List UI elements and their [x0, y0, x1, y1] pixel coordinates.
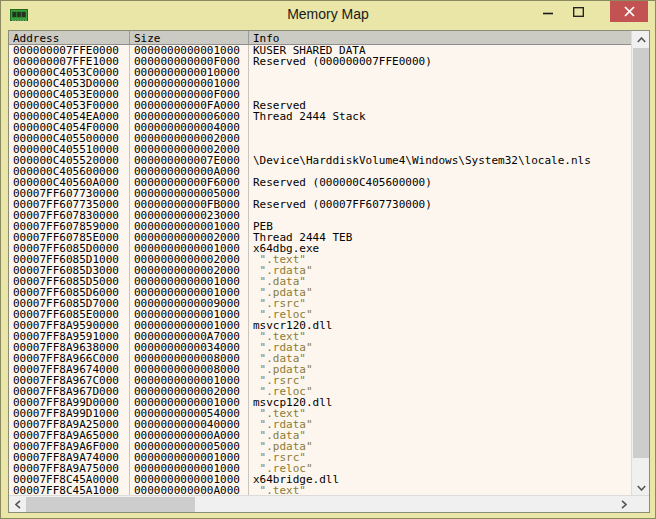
table-row[interactable]: 00007FF6085D50000000000000001000 ".data"	[9, 276, 631, 287]
minimize-button[interactable]	[533, 1, 563, 22]
table-row[interactable]: 00007FF6085D70000000000000009000 ".rsrc"	[9, 298, 631, 309]
cell-info	[249, 89, 631, 100]
cell-address: 000000C40560A000	[9, 177, 130, 188]
table-row[interactable]: 00007FF8A9A6F0000000000000005000 ".pdata…	[9, 441, 631, 452]
table-row[interactable]: 00007FF6085D60000000000000001000 ".pdata…	[9, 287, 631, 298]
chevron-left-icon	[15, 500, 21, 509]
maximize-button[interactable]	[563, 1, 593, 22]
table-row[interactable]: 00007FF8A99D00000000000000001000msvcp120…	[9, 397, 631, 408]
cell-address: 00007FF60785E000	[9, 232, 130, 243]
table-row[interactable]: 00007FF8A9A740000000000000001000 ".rsrc"	[9, 452, 631, 463]
cell-info: ".rsrc"	[249, 375, 631, 386]
cell-info: Thread 2444 TEB	[249, 232, 631, 243]
table-row[interactable]: 00007FF8A99D10000000000000054000 ".text"	[9, 408, 631, 419]
table-row[interactable]: 00007FF6085D10000000000000002000 ".text"	[9, 254, 631, 265]
table-row[interactable]: 000000C4053C00000000000000010000	[9, 67, 631, 78]
cell-info	[249, 166, 631, 177]
cell-size: 0000000000001000	[130, 375, 249, 386]
cell-info: x64bridge.dll	[249, 474, 631, 485]
cell-size: 000000000000A000	[130, 166, 249, 177]
cell-size: 0000000000001000	[130, 276, 249, 287]
cell-size: 0000000000002000	[130, 232, 249, 243]
scroll-down-button[interactable]	[632, 479, 650, 496]
cell-info: msvcr120.dll	[249, 320, 631, 331]
table-row[interactable]: 00007FF60785E0000000000000002000Thread 2…	[9, 232, 631, 243]
table-row[interactable]: 000000C4053D00000000000000001000	[9, 78, 631, 89]
titlebar[interactable]: Memory Map	[1, 1, 655, 30]
table-row[interactable]: 000000C4054EA0000000000000006000Thread 2…	[9, 111, 631, 122]
cell-address: 000000C4053E0000	[9, 89, 130, 100]
cell-size: 0000000000001000	[130, 309, 249, 320]
table-row[interactable]: 00007FF6077300000000000000005000	[9, 188, 631, 199]
horizontal-scroll-thumb[interactable]	[26, 497, 195, 512]
table-row[interactable]: 00007FF8A96380000000000000034000 ".rdata…	[9, 342, 631, 353]
cell-size: 00000000000FA000	[130, 100, 249, 111]
table-row[interactable]: 000000C405600000000000000000A000	[9, 166, 631, 177]
column-header-info[interactable]: Info	[249, 31, 631, 44]
cell-info: ".rdata"	[249, 419, 631, 430]
cell-info: ".reloc"	[249, 386, 631, 397]
scroll-left-button[interactable]	[9, 496, 26, 513]
table-row[interactable]: 00007FF8A9A750000000000000001000 ".reloc…	[9, 463, 631, 474]
table-row[interactable]: 00007FF8A9A65000000000000000A000 ".data"	[9, 430, 631, 441]
table-row[interactable]: 00007FF8A96740000000000000008000 ".pdata…	[9, 364, 631, 375]
cell-address: 00007FF8A967C000	[9, 375, 130, 386]
cell-size: 0000000000023000	[130, 210, 249, 221]
scroll-up-button[interactable]	[632, 31, 650, 48]
cell-size: 0000000000001000	[130, 45, 249, 56]
cell-info: ".data"	[249, 430, 631, 441]
cell-size: 0000000000008000	[130, 364, 249, 375]
cell-info: ".rdata"	[249, 265, 631, 276]
cell-info	[249, 210, 631, 221]
cell-size: 0000000000009000	[130, 298, 249, 309]
table-row[interactable]: 00007FF8A966C0000000000000008000 ".data"	[9, 353, 631, 364]
cell-info: KUSER_SHARED_DATA	[249, 45, 631, 56]
table-row[interactable]: 00007FF6085D30000000000000002000 ".rdata…	[9, 265, 631, 276]
table-row[interactable]: 000000C4053F000000000000000FA000Reserved	[9, 100, 631, 111]
close-button[interactable]	[610, 1, 648, 22]
table-row[interactable]: 00007FF6078590000000000000001000PEB	[9, 221, 631, 232]
table-row[interactable]: 00007FF8A95900000000000000001000msvcr120…	[9, 320, 631, 331]
horizontal-scrollbar[interactable]	[9, 495, 650, 512]
table-row[interactable]: 000000C4055000000000000000002000	[9, 133, 631, 144]
table-row[interactable]: 00007FF6085D00000000000000001000x64dbg.e…	[9, 243, 631, 254]
scroll-right-button[interactable]	[615, 496, 632, 513]
table-row[interactable]: 000000007FFE1000000000000000F000Reserved…	[9, 56, 631, 67]
cell-info: Reserved (00007FF607730000)	[249, 199, 631, 210]
memory-map-table: Address Size Info 000000007FFE0000000000…	[8, 30, 650, 513]
cell-address: 00007FF8A9590000	[9, 320, 130, 331]
table-row[interactable]: 00007FF8A959100000000000000A7000 ".text"	[9, 331, 631, 342]
table-row[interactable]: 000000C4055100000000000000002000	[9, 144, 631, 155]
cell-address: 000000C4054EA000	[9, 111, 130, 122]
table-row[interactable]: 00007FF6078300000000000000023000	[9, 210, 631, 221]
cell-size: 0000000000002000	[130, 133, 249, 144]
table-row[interactable]: 000000C405520000000000000007E000\Device\…	[9, 155, 631, 166]
vertical-scrollbar[interactable]	[631, 31, 649, 496]
column-header-address[interactable]: Address	[9, 31, 130, 44]
cell-size: 0000000000002000	[130, 265, 249, 276]
cell-info: \Device\HarddiskVolume4\Windows\System32…	[249, 155, 631, 166]
cell-size: 000000000000A000	[130, 430, 249, 441]
table-header: Address Size Info	[9, 31, 631, 45]
table-row[interactable]: 00007FF8C45A00000000000000001000x64bridg…	[9, 474, 631, 485]
table-row[interactable]: 000000C4054F00000000000000004000	[9, 122, 631, 133]
table-row[interactable]: 000000C4053E0000000000000000F000	[9, 89, 631, 100]
cell-size: 00000000000F6000	[130, 177, 249, 188]
cell-address: 000000C4054F0000	[9, 122, 130, 133]
cell-info: Reserved (000000007FFE0000)	[249, 56, 631, 67]
cell-address: 00007FF607730000	[9, 188, 130, 199]
table-row[interactable]: 00007FF60773500000000000000FB000Reserved…	[9, 199, 631, 210]
column-header-size[interactable]: Size	[130, 31, 249, 44]
cell-info	[249, 144, 631, 155]
table-row[interactable]: 00007FF8A967C0000000000000001000 ".rsrc"	[9, 375, 631, 386]
cell-info: ".rsrc"	[249, 298, 631, 309]
table-row[interactable]: 000000007FFE00000000000000001000KUSER_SH…	[9, 45, 631, 56]
table-row[interactable]: 00007FF6085E00000000000000001000 ".reloc…	[9, 309, 631, 320]
table-row[interactable]: 000000C40560A00000000000000F6000Reserved…	[9, 177, 631, 188]
table-row[interactable]: 00007FF8A9A250000000000000040000 ".rdata…	[9, 419, 631, 430]
cell-address: 000000C405600000	[9, 166, 130, 177]
cell-size: 0000000000005000	[130, 188, 249, 199]
table-row[interactable]: 00007FF8A967D0000000000000002000 ".reloc…	[9, 386, 631, 397]
vertical-scroll-thumb[interactable]	[633, 48, 649, 458]
cell-info: ".rdata"	[249, 342, 631, 353]
